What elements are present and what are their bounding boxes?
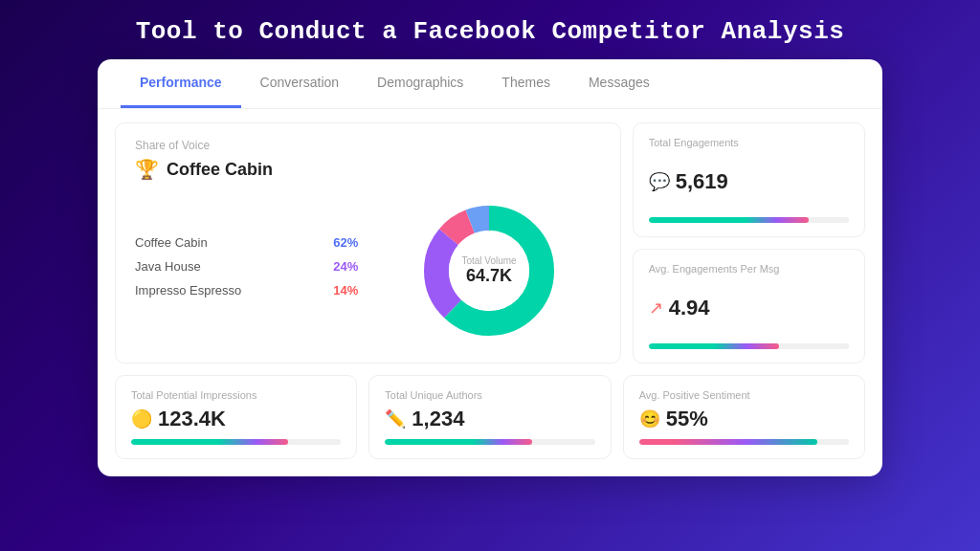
sov-item-1-name: Coffee Cabin [135, 235, 208, 250]
engagements-bar-track [649, 217, 849, 223]
total-engagements-label: Total Engagements [649, 137, 849, 148]
avg-engagements-value-row: ↗ 4.94 [649, 296, 849, 320]
tab-demographics[interactable]: Demographics [358, 59, 482, 108]
sov-item-2-name: Java House [135, 259, 201, 274]
positive-sentiment-label: Avg. Positive Sentiment [639, 389, 849, 401]
content-area: Share of Voice 🏆 Coffee Cabin Coffee Cab… [98, 109, 882, 459]
arrow-up-icon: ↗ [649, 298, 663, 319]
positive-sentiment-card: Avg. Positive Sentiment 😊 55% [623, 375, 865, 459]
tab-messages[interactable]: Messages [569, 59, 669, 108]
authors-icon: ✏️ [385, 408, 406, 430]
sov-item-1: Coffee Cabin 62% [135, 235, 358, 250]
avg-engagements-card: Avg. Engagements Per Msg ↗ 4.94 [633, 249, 865, 364]
donut-total-label: Total Volume [461, 255, 516, 266]
share-of-voice-card: Share of Voice 🏆 Coffee Cabin Coffee Cab… [115, 122, 621, 364]
page-title: Tool to Conduct a Facebook Competitor An… [136, 0, 845, 59]
sentiment-icon: 😊 [639, 408, 660, 430]
authors-bar-fill [385, 439, 532, 445]
top-row: Share of Voice 🏆 Coffee Cabin Coffee Cab… [115, 122, 865, 364]
tab-conversation[interactable]: Conversation [241, 59, 359, 108]
donut-total-value: 64.7K [466, 266, 512, 285]
authors-bar-track [385, 439, 594, 445]
avg-engagements-label: Avg. Engagements Per Msg [649, 263, 849, 275]
total-impressions-label: Total Potential Impressions [131, 389, 341, 401]
sov-list: Coffee Cabin 62% Java House 24% Impresso… [135, 235, 358, 307]
positive-sentiment-value-row: 😊 55% [639, 407, 849, 431]
unique-authors-value: 1,234 [412, 407, 464, 431]
unique-authors-card: Total Unique Authors ✏️ 1,234 [368, 375, 611, 459]
dashboard-card: Performance Conversation Demographics Th… [98, 59, 882, 476]
impressions-bar-fill [131, 439, 288, 445]
unique-authors-value-row: ✏️ 1,234 [385, 407, 594, 431]
right-col-top: Total Engagements 💬 5,619 Avg. Engagemen… [633, 122, 865, 364]
total-engagements-card: Total Engagements 💬 5,619 [633, 122, 865, 237]
donut-center: Total Volume 64.7K [461, 255, 516, 286]
sov-item-2-pct: 24% [333, 259, 358, 274]
engagements-bar-fill [649, 217, 809, 223]
sov-item-3: Impresso Espresso 14% [135, 283, 358, 298]
total-impressions-value-row: 🟡 123.4K [131, 407, 341, 431]
sov-item-3-pct: 14% [333, 283, 358, 298]
tabs-bar: Performance Conversation Demographics Th… [98, 59, 882, 109]
impressions-bar-track [131, 439, 341, 445]
unique-authors-label: Total Unique Authors [385, 389, 594, 401]
sov-item-2: Java House 24% [135, 259, 358, 274]
sov-winner-name: Coffee Cabin [167, 160, 273, 180]
donut-chart: Total Volume 64.7K [412, 194, 566, 347]
tab-performance[interactable]: Performance [121, 59, 241, 108]
avg-engagements-value: 4.94 [669, 296, 710, 320]
sentiment-bar-track [639, 439, 849, 445]
total-impressions-card: Total Potential Impressions 🟡 123.4K [115, 375, 357, 459]
positive-sentiment-value: 55% [666, 407, 708, 431]
sentiment-bar-fill [639, 439, 817, 445]
total-engagements-value: 5,619 [676, 169, 728, 194]
tab-themes[interactable]: Themes [482, 59, 569, 108]
total-engagements-value-row: 💬 5,619 [649, 169, 849, 194]
donut-wrapper: Total Volume 64.7K [377, 194, 600, 347]
avg-engagements-bar-fill [649, 343, 779, 349]
sov-item-3-name: Impresso Espresso [135, 283, 241, 298]
trophy-icon: 🏆 [135, 158, 159, 181]
bottom-row: Total Potential Impressions 🟡 123.4K Tot… [115, 375, 865, 459]
sov-item-1-pct: 62% [333, 235, 358, 250]
sov-title: 🏆 Coffee Cabin [135, 158, 601, 181]
engagements-icon: 💬 [649, 171, 670, 192]
sov-body: Coffee Cabin 62% Java House 24% Impresso… [135, 194, 601, 347]
impressions-icon: 🟡 [131, 408, 152, 430]
avg-engagements-bar-track [649, 343, 849, 349]
total-impressions-value: 123.4K [158, 407, 226, 431]
sov-label: Share of Voice [135, 139, 601, 152]
